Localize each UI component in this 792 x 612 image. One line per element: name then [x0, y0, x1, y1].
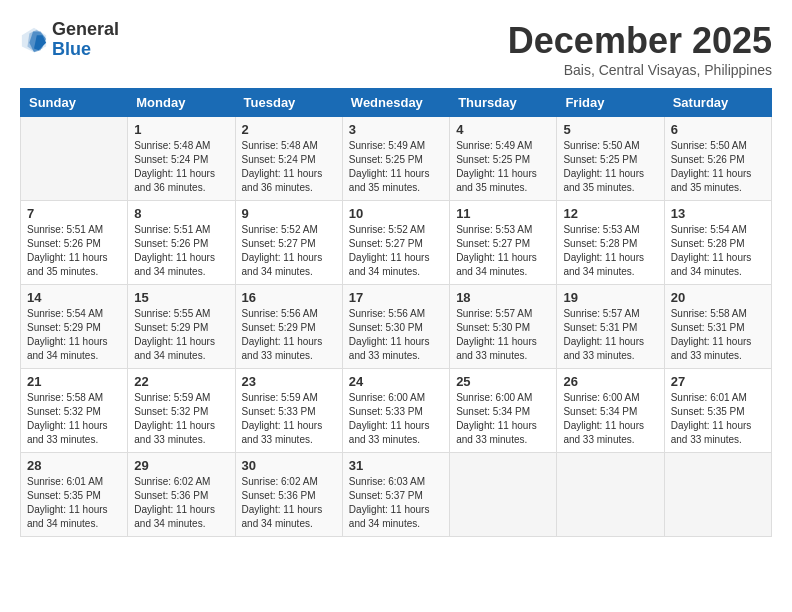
day-number: 6: [671, 122, 765, 137]
day-info: Sunrise: 5:51 AM Sunset: 5:26 PM Dayligh…: [134, 223, 228, 279]
day-number: 14: [27, 290, 121, 305]
calendar-week-row: 28Sunrise: 6:01 AM Sunset: 5:35 PM Dayli…: [21, 453, 772, 537]
weekday-header-cell: Sunday: [21, 89, 128, 117]
day-number: 13: [671, 206, 765, 221]
calendar-cell: 19Sunrise: 5:57 AM Sunset: 5:31 PM Dayli…: [557, 285, 664, 369]
day-info: Sunrise: 5:59 AM Sunset: 5:33 PM Dayligh…: [242, 391, 336, 447]
day-info: Sunrise: 5:55 AM Sunset: 5:29 PM Dayligh…: [134, 307, 228, 363]
calendar-cell: 25Sunrise: 6:00 AM Sunset: 5:34 PM Dayli…: [450, 369, 557, 453]
weekday-header-cell: Saturday: [664, 89, 771, 117]
calendar-cell: 4Sunrise: 5:49 AM Sunset: 5:25 PM Daylig…: [450, 117, 557, 201]
calendar-cell: 2Sunrise: 5:48 AM Sunset: 5:24 PM Daylig…: [235, 117, 342, 201]
day-number: 24: [349, 374, 443, 389]
day-info: Sunrise: 5:56 AM Sunset: 5:30 PM Dayligh…: [349, 307, 443, 363]
calendar-cell: 9Sunrise: 5:52 AM Sunset: 5:27 PM Daylig…: [235, 201, 342, 285]
day-number: 4: [456, 122, 550, 137]
day-number: 19: [563, 290, 657, 305]
day-info: Sunrise: 5:48 AM Sunset: 5:24 PM Dayligh…: [134, 139, 228, 195]
location: Bais, Central Visayas, Philippines: [508, 62, 772, 78]
calendar-cell: 12Sunrise: 5:53 AM Sunset: 5:28 PM Dayli…: [557, 201, 664, 285]
day-number: 9: [242, 206, 336, 221]
day-number: 31: [349, 458, 443, 473]
calendar-week-row: 21Sunrise: 5:58 AM Sunset: 5:32 PM Dayli…: [21, 369, 772, 453]
calendar-cell: 24Sunrise: 6:00 AM Sunset: 5:33 PM Dayli…: [342, 369, 449, 453]
day-number: 25: [456, 374, 550, 389]
logo-icon: [20, 26, 48, 54]
calendar-cell: 7Sunrise: 5:51 AM Sunset: 5:26 PM Daylig…: [21, 201, 128, 285]
day-info: Sunrise: 6:02 AM Sunset: 5:36 PM Dayligh…: [242, 475, 336, 531]
day-info: Sunrise: 5:58 AM Sunset: 5:31 PM Dayligh…: [671, 307, 765, 363]
calendar-cell: [557, 453, 664, 537]
weekday-header-cell: Thursday: [450, 89, 557, 117]
day-info: Sunrise: 5:49 AM Sunset: 5:25 PM Dayligh…: [456, 139, 550, 195]
day-info: Sunrise: 5:54 AM Sunset: 5:29 PM Dayligh…: [27, 307, 121, 363]
day-info: Sunrise: 6:01 AM Sunset: 5:35 PM Dayligh…: [27, 475, 121, 531]
day-info: Sunrise: 6:00 AM Sunset: 5:34 PM Dayligh…: [563, 391, 657, 447]
day-number: 7: [27, 206, 121, 221]
calendar-cell: 23Sunrise: 5:59 AM Sunset: 5:33 PM Dayli…: [235, 369, 342, 453]
calendar-cell: 8Sunrise: 5:51 AM Sunset: 5:26 PM Daylig…: [128, 201, 235, 285]
calendar-cell: 29Sunrise: 6:02 AM Sunset: 5:36 PM Dayli…: [128, 453, 235, 537]
day-info: Sunrise: 5:52 AM Sunset: 5:27 PM Dayligh…: [242, 223, 336, 279]
day-number: 17: [349, 290, 443, 305]
day-info: Sunrise: 6:01 AM Sunset: 5:35 PM Dayligh…: [671, 391, 765, 447]
calendar-cell: 16Sunrise: 5:56 AM Sunset: 5:29 PM Dayli…: [235, 285, 342, 369]
calendar-week-row: 7Sunrise: 5:51 AM Sunset: 5:26 PM Daylig…: [21, 201, 772, 285]
weekday-header-cell: Wednesday: [342, 89, 449, 117]
calendar-cell: 10Sunrise: 5:52 AM Sunset: 5:27 PM Dayli…: [342, 201, 449, 285]
day-number: 10: [349, 206, 443, 221]
day-info: Sunrise: 5:49 AM Sunset: 5:25 PM Dayligh…: [349, 139, 443, 195]
calendar-cell: 30Sunrise: 6:02 AM Sunset: 5:36 PM Dayli…: [235, 453, 342, 537]
day-info: Sunrise: 5:53 AM Sunset: 5:27 PM Dayligh…: [456, 223, 550, 279]
day-info: Sunrise: 5:51 AM Sunset: 5:26 PM Dayligh…: [27, 223, 121, 279]
day-info: Sunrise: 5:54 AM Sunset: 5:28 PM Dayligh…: [671, 223, 765, 279]
day-number: 1: [134, 122, 228, 137]
day-number: 5: [563, 122, 657, 137]
calendar-body: 1Sunrise: 5:48 AM Sunset: 5:24 PM Daylig…: [21, 117, 772, 537]
title-section: December 2025 Bais, Central Visayas, Phi…: [508, 20, 772, 78]
day-number: 29: [134, 458, 228, 473]
day-info: Sunrise: 6:00 AM Sunset: 5:33 PM Dayligh…: [349, 391, 443, 447]
day-number: 21: [27, 374, 121, 389]
day-number: 18: [456, 290, 550, 305]
logo: General Blue: [20, 20, 119, 60]
weekday-header-cell: Tuesday: [235, 89, 342, 117]
day-info: Sunrise: 5:58 AM Sunset: 5:32 PM Dayligh…: [27, 391, 121, 447]
calendar-cell: [21, 117, 128, 201]
day-info: Sunrise: 6:00 AM Sunset: 5:34 PM Dayligh…: [456, 391, 550, 447]
calendar-cell: 28Sunrise: 6:01 AM Sunset: 5:35 PM Dayli…: [21, 453, 128, 537]
day-number: 12: [563, 206, 657, 221]
day-number: 26: [563, 374, 657, 389]
calendar-cell: 14Sunrise: 5:54 AM Sunset: 5:29 PM Dayli…: [21, 285, 128, 369]
day-number: 27: [671, 374, 765, 389]
day-info: Sunrise: 5:48 AM Sunset: 5:24 PM Dayligh…: [242, 139, 336, 195]
day-number: 11: [456, 206, 550, 221]
day-info: Sunrise: 5:53 AM Sunset: 5:28 PM Dayligh…: [563, 223, 657, 279]
day-info: Sunrise: 5:57 AM Sunset: 5:31 PM Dayligh…: [563, 307, 657, 363]
weekday-header-cell: Friday: [557, 89, 664, 117]
calendar-cell: 5Sunrise: 5:50 AM Sunset: 5:25 PM Daylig…: [557, 117, 664, 201]
day-number: 23: [242, 374, 336, 389]
day-number: 8: [134, 206, 228, 221]
calendar-cell: 18Sunrise: 5:57 AM Sunset: 5:30 PM Dayli…: [450, 285, 557, 369]
day-number: 30: [242, 458, 336, 473]
day-number: 3: [349, 122, 443, 137]
calendar-cell: 6Sunrise: 5:50 AM Sunset: 5:26 PM Daylig…: [664, 117, 771, 201]
weekday-header-cell: Monday: [128, 89, 235, 117]
calendar-cell: 3Sunrise: 5:49 AM Sunset: 5:25 PM Daylig…: [342, 117, 449, 201]
day-number: 28: [27, 458, 121, 473]
weekday-header-row: SundayMondayTuesdayWednesdayThursdayFrid…: [21, 89, 772, 117]
calendar-cell: 31Sunrise: 6:03 AM Sunset: 5:37 PM Dayli…: [342, 453, 449, 537]
calendar-cell: 1Sunrise: 5:48 AM Sunset: 5:24 PM Daylig…: [128, 117, 235, 201]
day-info: Sunrise: 6:03 AM Sunset: 5:37 PM Dayligh…: [349, 475, 443, 531]
page-header: General Blue December 2025 Bais, Central…: [20, 20, 772, 78]
day-number: 2: [242, 122, 336, 137]
calendar-cell: [664, 453, 771, 537]
calendar-cell: 26Sunrise: 6:00 AM Sunset: 5:34 PM Dayli…: [557, 369, 664, 453]
day-info: Sunrise: 6:02 AM Sunset: 5:36 PM Dayligh…: [134, 475, 228, 531]
day-info: Sunrise: 5:52 AM Sunset: 5:27 PM Dayligh…: [349, 223, 443, 279]
day-info: Sunrise: 5:56 AM Sunset: 5:29 PM Dayligh…: [242, 307, 336, 363]
calendar-cell: 22Sunrise: 5:59 AM Sunset: 5:32 PM Dayli…: [128, 369, 235, 453]
calendar-cell: 15Sunrise: 5:55 AM Sunset: 5:29 PM Dayli…: [128, 285, 235, 369]
day-info: Sunrise: 5:50 AM Sunset: 5:25 PM Dayligh…: [563, 139, 657, 195]
